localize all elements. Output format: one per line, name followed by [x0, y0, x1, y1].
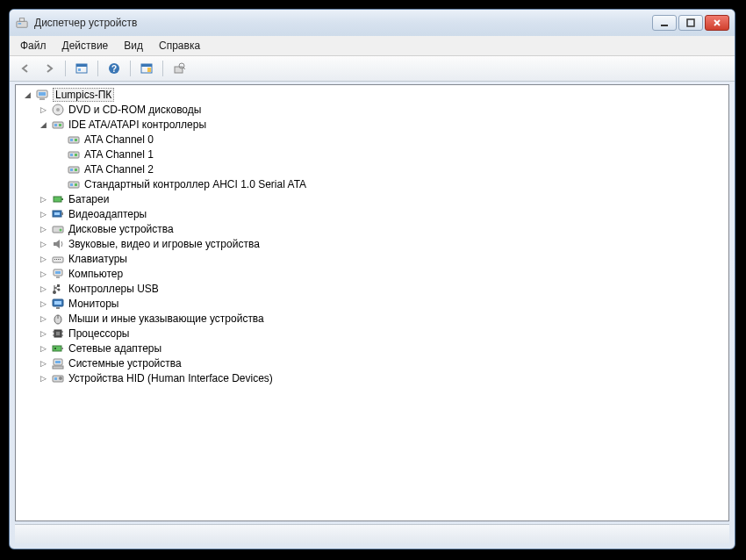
tree-item-battery[interactable]: ▷ Батареи — [16, 191, 728, 206]
svg-line-15 — [183, 68, 185, 69]
collapse-icon[interactable]: ◢ — [21, 89, 33, 101]
tree-item-sound[interactable]: ▷ Звуковые, видео и игровые устройства — [16, 236, 728, 251]
tree-item-computer[interactable]: ▷ Компьютер — [16, 266, 728, 281]
svg-rect-13 — [175, 67, 183, 73]
tree-label: ATA Channel 1 — [84, 148, 154, 161]
svg-rect-72 — [54, 377, 57, 380]
tree-label: ATA Channel 2 — [84, 163, 154, 176]
tree-item-mouse[interactable]: ▷ Мыши и иные указывающие устройства — [16, 311, 728, 326]
tree-label: Батареи — [68, 193, 109, 205]
expand-icon[interactable]: ▷ — [37, 268, 49, 280]
menu-file[interactable]: Файл — [13, 38, 54, 54]
expand-icon[interactable]: ▷ — [37, 342, 49, 355]
tree-item-ata0[interactable]: ▷ ATA Channel 0 — [16, 132, 728, 147]
svg-rect-44 — [54, 259, 55, 260]
scan-hardware-button[interactable] — [136, 59, 157, 78]
tree-item-display[interactable]: ▷ Видеоадаптеры — [16, 206, 728, 221]
tree-label: Процессоры — [68, 327, 130, 340]
expand-icon[interactable]: ▷ — [37, 253, 49, 265]
window-controls — [652, 15, 729, 31]
tree-item-dvd[interactable]: ▷ DVD и CD-ROM дисководы — [16, 102, 728, 117]
svg-rect-69 — [55, 361, 61, 363]
minimize-button[interactable] — [652, 15, 677, 31]
toolbar: ? — [10, 56, 735, 82]
svg-rect-22 — [54, 124, 57, 126]
menu-view[interactable]: Вид — [117, 38, 150, 54]
svg-rect-39 — [54, 212, 60, 215]
tree-item-usb[interactable]: ▷ Контроллеры USB — [16, 281, 728, 296]
svg-point-42 — [60, 228, 62, 231]
computer-icon — [51, 267, 65, 281]
svg-rect-40 — [61, 212, 63, 215]
tree-root[interactable]: ◢ Lumpics-ПК — [16, 87, 728, 102]
controller-icon — [67, 177, 81, 191]
svg-rect-2 — [19, 18, 24, 22]
expand-icon[interactable]: ▷ — [37, 312, 49, 325]
expand-icon[interactable]: ▷ — [37, 327, 49, 340]
tree-item-ata2[interactable]: ▷ ATA Channel 2 — [16, 162, 728, 176]
svg-rect-27 — [68, 152, 79, 158]
tree-label: Lumpics-ПК — [53, 88, 114, 102]
menu-action[interactable]: Действие — [55, 38, 116, 54]
svg-rect-66 — [61, 348, 63, 349]
tree-item-ahci[interactable]: ▷ Стандартный контроллер AHCI 1.0 Serial… — [16, 176, 728, 191]
tree-item-hid[interactable]: ▷ Устройства HID (Human Interface Device… — [16, 370, 728, 385]
separator — [130, 61, 131, 76]
expand-icon[interactable]: ▷ — [37, 298, 49, 310]
svg-rect-33 — [68, 182, 79, 188]
disk-drive-icon — [51, 222, 65, 236]
close-button[interactable] — [705, 15, 729, 31]
back-button[interactable] — [15, 59, 36, 78]
svg-rect-23 — [59, 124, 61, 126]
tree-label: ATA Channel 0 — [84, 133, 154, 146]
tree-item-ata1[interactable]: ▷ ATA Channel 1 — [16, 147, 728, 162]
titlebar[interactable]: Диспетчер устройств — [10, 10, 735, 36]
menubar: Файл Действие Вид Справка — [10, 36, 735, 56]
optical-drive-icon — [51, 103, 65, 117]
tree-item-disk[interactable]: ▷ Дисковые устройства — [16, 221, 728, 236]
expand-icon[interactable]: ▷ — [37, 372, 49, 384]
maximize-button[interactable] — [678, 15, 703, 31]
forward-button[interactable] — [39, 59, 60, 78]
device-properties-button[interactable] — [169, 59, 190, 78]
svg-rect-24 — [68, 137, 79, 143]
svg-rect-46 — [58, 259, 59, 260]
display-adapter-icon — [51, 207, 65, 221]
svg-point-53 — [58, 288, 61, 291]
tree-item-network[interactable]: ▷ Сетевые адаптеры — [16, 341, 728, 355]
help-button[interactable]: ? — [104, 59, 125, 78]
device-manager-window: Диспетчер устройств Файл Действие Вид Сп… — [9, 9, 735, 549]
collapse-icon[interactable]: ◢ — [37, 118, 49, 131]
app-icon — [15, 16, 29, 30]
battery-icon — [51, 192, 65, 206]
tree-item-cpu[interactable]: ▷ Процессоры — [16, 326, 728, 341]
tree-panel[interactable]: ◢ Lumpics-ПК ▷ DVD и CD-ROM дисководы ◢ … — [15, 84, 729, 521]
tree-item-keyboard[interactable]: ▷ Клавиатуры — [16, 251, 728, 266]
expand-icon[interactable]: ▷ — [37, 283, 49, 295]
tree-item-ide[interactable]: ◢ IDE ATA/ATAPI контроллеры — [16, 117, 728, 132]
menu-help[interactable]: Справка — [152, 38, 207, 54]
expand-icon[interactable]: ▷ — [37, 208, 49, 220]
svg-rect-4 — [687, 19, 694, 26]
tree-label: Дисковые устройства — [68, 223, 174, 235]
expand-icon[interactable]: ▷ — [37, 193, 49, 205]
device-tree: ◢ Lumpics-ПК ▷ DVD и CD-ROM дисководы ◢ … — [16, 85, 728, 387]
svg-rect-65 — [53, 346, 61, 351]
svg-rect-26 — [75, 139, 77, 141]
svg-rect-34 — [70, 183, 73, 186]
svg-rect-25 — [70, 139, 73, 141]
show-hide-tree-button[interactable] — [71, 59, 92, 78]
tree-item-monitor[interactable]: ▷ Мониторы — [16, 296, 728, 311]
svg-rect-37 — [61, 198, 63, 200]
expand-icon[interactable]: ▷ — [37, 238, 49, 250]
separator — [162, 61, 163, 76]
tree-label: Контроллеры USB — [68, 283, 159, 295]
svg-rect-21 — [53, 122, 63, 128]
tree-item-system[interactable]: ▷ Системные устройства — [16, 355, 728, 370]
tree-label: Сетевые адаптеры — [68, 342, 161, 355]
expand-icon[interactable]: ▷ — [37, 223, 49, 235]
expand-icon[interactable]: ▷ — [37, 357, 49, 370]
svg-rect-11 — [141, 64, 152, 67]
tree-label: Компьютер — [68, 268, 123, 280]
expand-icon[interactable]: ▷ — [37, 104, 49, 116]
